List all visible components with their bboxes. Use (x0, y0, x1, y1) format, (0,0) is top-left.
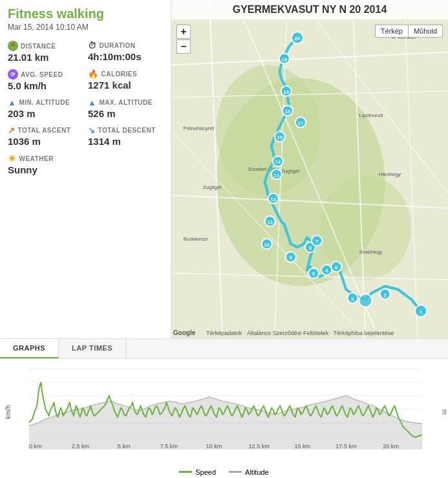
svg-text:8: 8 (309, 245, 312, 251)
stat-avg-speed: ⟳ AVG. SPEED 5.0 km/h (8, 69, 83, 91)
distance-label: 📍 DISTANCE (8, 41, 83, 51)
calories-icon: 🔥 (88, 69, 99, 79)
descent-icon: ↘ (88, 125, 96, 135)
svg-text:15 km: 15 km (294, 443, 310, 450)
svg-text:19: 19 (281, 57, 287, 63)
calories-value: 1271 kcal (88, 80, 163, 91)
svg-text:Zugliget: Zugliget (203, 184, 222, 190)
svg-text:1: 1 (420, 309, 423, 315)
min-altitude-value: 203 m (8, 108, 83, 119)
svg-text:12: 12 (270, 197, 276, 202)
svg-text:10: 10 (264, 242, 270, 248)
svg-text:Zugliget: Zugliget (281, 168, 300, 174)
svg-text:18: 18 (283, 89, 289, 95)
map-type-buttons[interactable]: Térkép Műhold (375, 25, 443, 38)
svg-text:17.5 km: 17.5 km (336, 443, 357, 450)
total-ascent-value: 1036 m (8, 136, 83, 147)
max-altitude-value: 526 m (88, 108, 163, 119)
calories-label: 🔥 CALORIES (88, 69, 163, 79)
stat-total-descent: ↘ TOTAL DESCENT 1314 m (88, 125, 163, 147)
svg-text:17: 17 (297, 120, 303, 126)
stat-total-ascent: ↗ TOTAL ASCENT 1036 m (8, 125, 83, 147)
speed-legend-label: Speed (195, 468, 216, 476)
stat-duration: ⏱ DURATION 4h:10m:00s (88, 41, 163, 63)
graph-svg: 12 10 8 6 4 2 600 500 400 300 0 km 2.5 k… (29, 362, 422, 450)
weather-value: Sunny (8, 164, 163, 175)
stat-min-altitude: ▲ MIN. ALTITUDE 203 m (8, 98, 83, 119)
bottom-section: GRAPHS LAP TIMES km/h m 12 10 8 6 4 2 (0, 338, 448, 478)
avg-speed-value: 5.0 km/h (8, 80, 83, 91)
svg-text:6: 6 (335, 265, 338, 270)
tabs-row: GRAPHS LAP TIMES (0, 339, 448, 359)
svg-text:0 km: 0 km (29, 443, 42, 450)
y-axis-left-label: km/h (5, 406, 12, 420)
ascent-icon: ↗ (8, 125, 16, 135)
svg-text:16: 16 (284, 109, 290, 114)
legend-altitude: Altitude (229, 468, 269, 476)
svg-text:5 km: 5 km (118, 443, 131, 450)
duration-value: 4h:10m:00s (88, 51, 163, 62)
altitude-legend-label: Altitude (245, 468, 269, 476)
stat-distance: 📍 DISTANCE 21.01 km (8, 41, 83, 63)
svg-text:20: 20 (294, 36, 300, 41)
svg-marker-83 (29, 396, 422, 450)
tab-lap-times[interactable]: LAP TIMES (59, 339, 126, 358)
map-controls[interactable]: + − (176, 25, 191, 54)
graph-legend: Speed Altitude (0, 466, 448, 478)
svg-text:13: 13 (273, 173, 279, 179)
svg-text:10 km: 10 km (206, 443, 222, 450)
distance-value: 21.01 km (8, 52, 83, 63)
svg-text:4: 4 (325, 268, 328, 274)
svg-text:7: 7 (315, 239, 319, 244)
altitude-legend-line (229, 471, 242, 473)
svg-text:20 km: 20 km (383, 443, 399, 450)
map-svg: II. kerület Petneházyrét Lipótmező Hársh… (171, 0, 448, 338)
graph-area: km/h m 12 10 8 6 4 2 600 500 40 (0, 359, 448, 466)
svg-text:Google: Google (173, 329, 196, 336)
svg-text:Térképadatok · Általános Szerz: Térképadatok · Általános Szerződési Felt… (206, 330, 394, 336)
zoom-out-button[interactable]: − (176, 39, 191, 54)
svg-text:5: 5 (312, 271, 315, 277)
map-area: GYERMEKVASUT NY N 20 2014 + − Térkép Műh… (171, 0, 448, 338)
svg-text:Budakeszi: Budakeszi (184, 236, 208, 242)
total-descent-label: ↘ TOTAL DESCENT (88, 125, 163, 135)
svg-text:Lipótmező: Lipótmező (359, 113, 383, 118)
svg-point-64 (359, 294, 372, 307)
svg-text:9: 9 (290, 255, 293, 261)
svg-text:2: 2 (383, 292, 387, 298)
tab-graphs[interactable]: GRAPHS (0, 339, 59, 358)
weather-label: ☀ WEATHER (8, 153, 163, 164)
total-descent-value: 1314 m (88, 136, 163, 147)
top-section: Fitness walking Mar 15, 2014 10:10 AM 📍 … (0, 0, 448, 338)
speed-icon: ⟳ (8, 69, 18, 80)
stat-calories: 🔥 CALORIES 1271 kcal (88, 69, 163, 91)
main-container: Fitness walking Mar 15, 2014 10:10 AM 📍 … (0, 0, 448, 478)
avg-speed-label: ⟳ AVG. SPEED (8, 69, 83, 80)
svg-text:Petneházyrét: Petneházyrét (184, 125, 215, 131)
speed-legend-line (179, 471, 192, 473)
left-panel: Fitness walking Mar 15, 2014 10:10 AM 📍 … (0, 0, 171, 338)
distance-icon: 📍 (8, 41, 18, 51)
svg-text:Svábhegy: Svábhegy (359, 249, 382, 255)
legend-speed: Speed (179, 468, 216, 476)
max-altitude-label: ▲ MAX. ALTITUDE (88, 98, 163, 107)
svg-text:3: 3 (351, 296, 354, 302)
stat-weather: ☀ WEATHER Sunny (8, 153, 163, 175)
svg-text:12.5 km: 12.5 km (248, 443, 270, 450)
svg-text:7.5 km: 7.5 km (160, 443, 178, 450)
max-altitude-icon: ▲ (88, 98, 96, 107)
activity-title: Fitness walking (8, 6, 163, 21)
total-ascent-label: ↗ TOTAL ASCENT (8, 125, 83, 135)
min-altitude-icon: ▲ (8, 98, 16, 107)
svg-text:14: 14 (275, 159, 281, 165)
svg-text:2.5 km: 2.5 km (72, 443, 90, 450)
map-type-map-button[interactable]: Térkép (375, 25, 408, 38)
weather-icon: ☀ (8, 153, 17, 164)
min-altitude-label: ▲ MIN. ALTITUDE (8, 98, 83, 107)
map-type-satellite-button[interactable]: Műhold (408, 25, 443, 38)
svg-text:11: 11 (267, 219, 273, 225)
map-title: GYERMEKVASUT NY N 20 2014 (171, 0, 448, 19)
svg-text:Hárshegy: Hárshegy (379, 171, 401, 177)
zoom-in-button[interactable]: + (176, 25, 191, 39)
duration-label: ⏱ DURATION (88, 41, 163, 50)
